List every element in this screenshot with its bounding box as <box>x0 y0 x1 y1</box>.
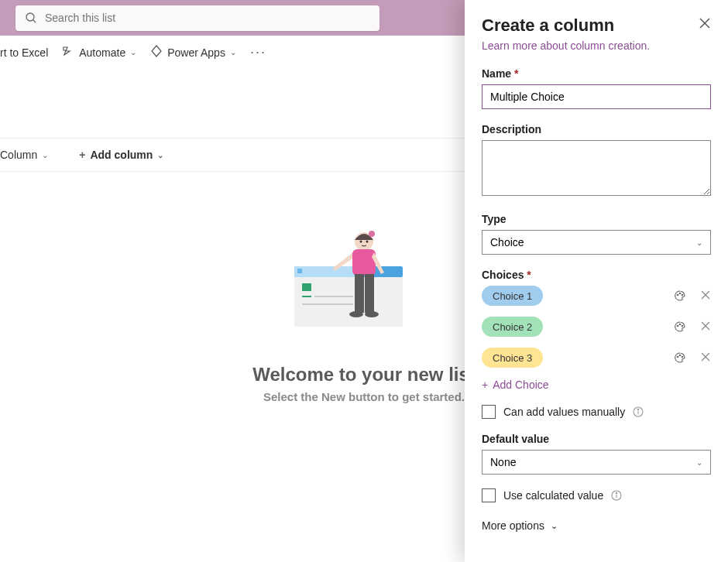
panel-title: Create a column <box>482 15 711 36</box>
create-column-panel: Create a column Learn more about column … <box>465 0 728 562</box>
description-label: Description <box>482 123 711 135</box>
default-value-text: None <box>490 456 516 468</box>
chevron-down-icon: ⌄ <box>230 48 236 57</box>
choice-row: Choice 3 <box>482 348 711 368</box>
automate-button[interactable]: Automate ⌄ <box>62 45 136 60</box>
export-excel-button[interactable]: rt to Excel <box>0 46 48 59</box>
type-label: Type <box>482 213 711 225</box>
calculated-value-checkbox[interactable] <box>482 488 496 502</box>
choice-pill[interactable]: Choice 1 <box>482 286 543 306</box>
chevron-down-icon: ⌄ <box>551 521 558 531</box>
search-input[interactable] <box>45 12 370 24</box>
svg-rect-8 <box>314 296 353 297</box>
more-options-label: More options <box>482 519 544 532</box>
chevron-down-icon: ⌄ <box>42 151 48 159</box>
add-choice-label: Add Choice <box>493 379 548 391</box>
svg-point-23 <box>682 294 683 296</box>
svg-point-33 <box>682 356 683 358</box>
svg-rect-2 <box>294 272 403 327</box>
svg-point-18 <box>365 311 379 317</box>
type-select[interactable]: Choice ⌄ <box>482 230 711 255</box>
chevron-down-icon: ⌄ <box>157 151 163 159</box>
name-label: Name * <box>482 67 711 80</box>
svg-rect-6 <box>302 283 311 291</box>
add-column-label: Add column <box>90 149 153 161</box>
svg-point-22 <box>679 293 681 294</box>
close-button[interactable] <box>699 17 711 33</box>
powerapps-label: Power Apps <box>167 46 225 59</box>
svg-point-11 <box>369 231 375 237</box>
manual-values-row: Can add values manually <box>482 405 711 419</box>
svg-rect-15 <box>355 274 364 313</box>
info-icon[interactable] <box>611 490 622 501</box>
svg-point-32 <box>679 355 681 356</box>
chevron-down-icon: ⌄ <box>696 458 702 467</box>
add-column-button[interactable]: + Add column ⌄ <box>79 149 179 161</box>
palette-icon[interactable] <box>674 320 686 333</box>
type-value: Choice <box>490 236 524 248</box>
column-header[interactable]: Column ⌄ <box>0 149 64 161</box>
plus-icon: + <box>79 149 85 161</box>
more-commands-button[interactable]: ··· <box>250 44 266 60</box>
chevron-down-icon: ⌄ <box>696 238 702 247</box>
svg-point-0 <box>26 13 34 21</box>
name-input[interactable] <box>482 84 711 109</box>
default-value-select[interactable]: None ⌄ <box>482 450 711 475</box>
svg-rect-16 <box>365 274 374 313</box>
calculated-value-label: Use calculated value <box>503 489 603 502</box>
choice-row: Choice 2 <box>482 317 711 337</box>
plus-icon: + <box>482 379 488 391</box>
remove-choice-icon[interactable] <box>700 351 711 364</box>
choice-pill[interactable]: Choice 2 <box>482 317 543 337</box>
choices-label: Choices * <box>482 269 711 281</box>
svg-point-27 <box>679 324 681 325</box>
manual-values-label: Can add values manually <box>503 406 625 418</box>
svg-rect-14 <box>352 249 376 276</box>
svg-rect-7 <box>302 296 311 297</box>
empty-state-illustration <box>287 226 441 350</box>
automate-label: Automate <box>79 46 125 59</box>
description-input[interactable] <box>482 140 711 196</box>
choice-row: Choice 1 <box>482 286 711 306</box>
column-label: Column <box>0 149 37 161</box>
add-choice-button[interactable]: + Add Choice <box>482 379 711 391</box>
palette-icon[interactable] <box>674 290 686 302</box>
export-label: rt to Excel <box>0 46 48 59</box>
remove-choice-icon[interactable] <box>700 290 711 302</box>
search-box[interactable] <box>15 5 379 31</box>
powerapps-icon <box>150 45 163 60</box>
svg-point-28 <box>682 325 683 327</box>
calculated-value-row: Use calculated value <box>482 488 711 502</box>
info-icon[interactable] <box>633 406 644 417</box>
svg-point-41 <box>616 492 616 493</box>
search-icon <box>25 12 37 24</box>
svg-rect-9 <box>302 303 353 305</box>
svg-point-38 <box>638 409 639 410</box>
learn-more-link[interactable]: Learn more about column creation. <box>482 39 650 52</box>
svg-rect-5 <box>297 269 302 273</box>
default-value-label: Default value <box>482 433 711 445</box>
choice-pill[interactable]: Choice 3 <box>482 348 543 368</box>
palette-icon[interactable] <box>674 351 686 364</box>
svg-line-1 <box>33 20 36 22</box>
svg-point-17 <box>349 311 363 317</box>
svg-point-13 <box>366 241 369 243</box>
svg-point-21 <box>677 294 678 296</box>
manual-values-checkbox[interactable] <box>482 405 496 419</box>
power-apps-button[interactable]: Power Apps ⌄ <box>150 45 236 60</box>
svg-point-12 <box>360 241 362 243</box>
svg-point-31 <box>677 356 678 358</box>
flow-icon <box>62 45 74 60</box>
more-options-toggle[interactable]: More options ⌄ <box>482 519 711 532</box>
remove-choice-icon[interactable] <box>700 320 711 333</box>
svg-point-26 <box>677 325 678 327</box>
chevron-down-icon: ⌄ <box>130 48 136 57</box>
